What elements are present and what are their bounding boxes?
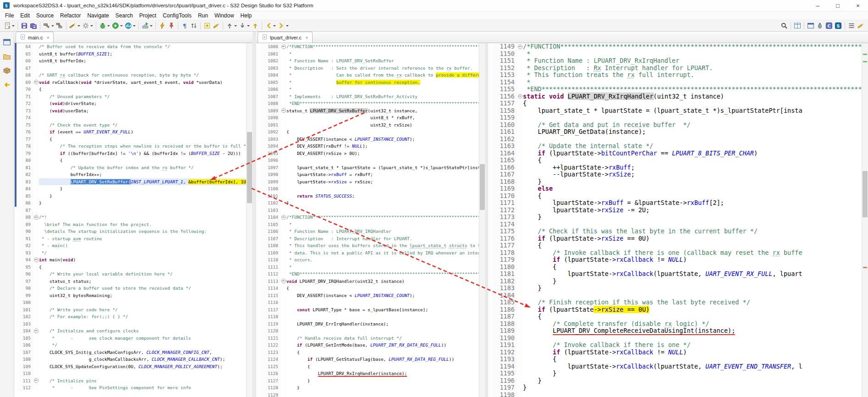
- code-line[interactable]: 1101 return STATUS_SUCCESS;: [256, 193, 479, 200]
- code-line[interactable]: 1197}: [488, 384, 862, 391]
- line-number[interactable]: 1106: [261, 228, 280, 235]
- code-line[interactable]: 1122 if (LPUART_GetIntMode(base, LPUART_…: [256, 342, 479, 349]
- line-number[interactable]: 1179: [493, 256, 517, 264]
- code-line[interactable]: 102 /* For example: for(;;) { } */: [14, 313, 246, 320]
- code-line[interactable]: 1152 * Description : Rx Interrupt handle…: [488, 65, 862, 72]
- code-line[interactable]: 1160 /* Get data and put in receive buff…: [488, 121, 862, 129]
- code-line[interactable]: 89 \brief The main function for the proj…: [14, 221, 246, 228]
- line-number[interactable]: 67: [19, 65, 33, 72]
- code-line[interactable]: 92 * - main(): [14, 242, 246, 249]
- code-line[interactable]: 1150 *: [488, 50, 862, 58]
- line-number[interactable]: 1105: [261, 221, 280, 228]
- line-number[interactable]: 94: [19, 256, 33, 264]
- scrollbar-lpuart-right[interactable]: [862, 43, 868, 397]
- line-number[interactable]: 1186: [493, 306, 517, 314]
- code-line[interactable]: 1093 DEV_ASSERT(instance < LPUART_INSTAN…: [256, 136, 479, 143]
- editor-sash[interactable]: [253, 32, 256, 397]
- line-number[interactable]: 1195: [493, 370, 517, 377]
- code-line[interactable]: 1193 {: [488, 356, 862, 363]
- editor-pane-main-c[interactable]: 64/* Buffer used to receive data from th…: [14, 43, 253, 397]
- line-number[interactable]: 93: [19, 249, 33, 257]
- flash-programmer-button[interactable]: [158, 21, 167, 30]
- forward-button[interactable]: [277, 21, 290, 30]
- line-number[interactable]: 1115: [261, 292, 280, 299]
- collapse-icon[interactable]: [34, 258, 38, 262]
- line-number[interactable]: 1117: [261, 306, 280, 314]
- code-line[interactable]: 85 }: [14, 193, 246, 200]
- line-number[interactable]: 1180: [493, 264, 517, 271]
- menu-window[interactable]: Window: [211, 12, 237, 19]
- code-line[interactable]: 1116: [256, 299, 479, 306]
- line-number[interactable]: 89: [19, 221, 33, 228]
- code-line[interactable]: 1103: [256, 207, 479, 214]
- code-line[interactable]: 86}: [14, 199, 246, 207]
- new-button[interactable]: [3, 21, 16, 30]
- code-line[interactable]: 68/* UART rx callback for continuous rec…: [14, 72, 246, 79]
- code-area-lpuart-right[interactable]: 1149/*FUNCTION**************************…: [488, 43, 862, 397]
- code-line[interactable]: 1080/*FUNCTION**************************…: [256, 43, 479, 50]
- line-number[interactable]: 1127: [261, 377, 280, 385]
- code-line[interactable]: 104 /* Initialize and configure clocks: [14, 327, 246, 335]
- line-number[interactable]: 1172: [493, 207, 517, 214]
- code-line[interactable]: 1091 uint32_t rxSize): [256, 121, 479, 129]
- code-line[interactable]: 71 /* Unused parameters */: [14, 93, 246, 100]
- line-number[interactable]: 1116: [261, 299, 280, 306]
- line-number[interactable]: 1167: [493, 171, 517, 178]
- restore-view-button[interactable]: [3, 38, 11, 46]
- code-line[interactable]: 111 /* Initialize pins: [14, 377, 246, 385]
- code-line[interactable]: 1118: [256, 313, 479, 320]
- line-number[interactable]: 1100: [261, 185, 280, 193]
- code-line[interactable]: 1098 lpuartState->rxBuff = rxBuff;: [256, 171, 479, 178]
- line-number[interactable]: 1112: [261, 270, 280, 278]
- line-number[interactable]: 66: [19, 57, 33, 65]
- line-number[interactable]: 1185: [493, 299, 517, 306]
- code-line[interactable]: 1115 DEV_ASSERT(instance < LPUART_INSTAN…: [256, 292, 479, 299]
- code-line[interactable]: 1119 LPUART_DRV_ErrIrqHandler(instance);: [256, 320, 479, 328]
- line-number[interactable]: 103: [19, 320, 33, 328]
- line-number[interactable]: 1164: [493, 150, 517, 157]
- line-number[interactable]: 1193: [493, 356, 517, 363]
- line-number[interactable]: 1154: [493, 79, 517, 86]
- line-number[interactable]: 1187: [493, 313, 517, 320]
- line-number[interactable]: 1095: [261, 150, 280, 157]
- menu-search[interactable]: Search: [112, 12, 136, 19]
- code-line[interactable]: 65uint8_t buffer[BUFFER_SIZE];: [14, 50, 246, 58]
- open-perspective-button[interactable]: [806, 21, 815, 30]
- line-number[interactable]: 1089: [261, 107, 280, 115]
- line-number[interactable]: 1125: [261, 363, 280, 370]
- build-button[interactable]: [42, 21, 55, 30]
- line-number[interactable]: 106: [19, 342, 33, 349]
- code-line[interactable]: 1194 lpuartState->rxCallback(lpuartState…: [488, 363, 862, 370]
- line-number[interactable]: 1097: [261, 164, 280, 171]
- previous-annotation-button[interactable]: [225, 21, 238, 30]
- code-line[interactable]: 1111 *: [256, 264, 479, 271]
- code-line[interactable]: 1178 /* Invoke callback if there is one …: [488, 249, 862, 257]
- code-line[interactable]: 84 }: [14, 185, 246, 193]
- line-number[interactable]: 1107: [261, 235, 280, 243]
- line-number[interactable]: 1161: [493, 128, 517, 136]
- line-number[interactable]: 1151: [493, 57, 517, 65]
- perspective-s32ds-button[interactable]: S: [834, 21, 843, 30]
- perspective-cpp-button[interactable]: C: [824, 21, 834, 30]
- code-line[interactable]: 1124 if (LPUART_GetStatusFlag(base, LPUA…: [256, 356, 479, 363]
- code-line[interactable]: 1176 if (lpuartState->rxSize == 0U): [488, 235, 862, 243]
- maximize-button[interactable]: □: [828, 0, 848, 11]
- collapse-icon[interactable]: [281, 44, 286, 49]
- code-line[interactable]: 1082 * Function Name : LPUART_DRV_SetRxB…: [256, 57, 479, 65]
- code-line[interactable]: 81 /* Update the buffer index and the rx…: [14, 164, 246, 171]
- line-number[interactable]: 1184: [493, 292, 517, 299]
- build-all-button[interactable]: [55, 21, 64, 30]
- code-line[interactable]: 1125 {: [256, 363, 479, 370]
- project-explorer-button[interactable]: [3, 52, 11, 61]
- view-menu-button[interactable]: [847, 21, 856, 30]
- editor-pane-lpuart-right[interactable]: 1149/*FUNCTION**************************…: [488, 43, 868, 397]
- pin-editor-button[interactable]: [167, 21, 176, 30]
- code-line[interactable]: 1162: [488, 136, 862, 143]
- code-line[interactable]: 90 \details The startup initialization s…: [14, 228, 246, 235]
- line-number[interactable]: 1081: [261, 50, 280, 58]
- fold-column[interactable]: [280, 107, 286, 115]
- code-line[interactable]: 108 g_clockManCallbacksArr, CLOCK_MANAGE…: [14, 356, 246, 363]
- last-edit-location-button[interactable]: [251, 21, 260, 30]
- line-number[interactable]: 1087: [261, 93, 280, 100]
- editor-layout-button[interactable]: [793, 21, 802, 30]
